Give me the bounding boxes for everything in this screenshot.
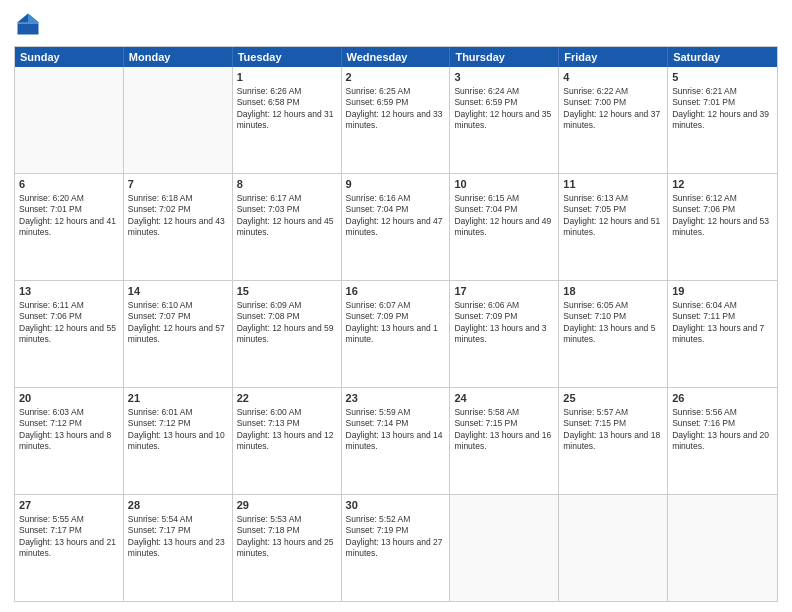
day-number: 27 (19, 498, 119, 513)
calendar-cell (559, 495, 668, 601)
day-info: Sunrise: 5:57 AM Sunset: 7:15 PM Dayligh… (563, 407, 663, 453)
day-info: Sunrise: 6:21 AM Sunset: 7:01 PM Dayligh… (672, 86, 773, 132)
logo-icon (14, 10, 42, 38)
calendar-cell: 18Sunrise: 6:05 AM Sunset: 7:10 PM Dayli… (559, 281, 668, 387)
calendar-cell: 6Sunrise: 6:20 AM Sunset: 7:01 PM Daylig… (15, 174, 124, 280)
day-number: 11 (563, 177, 663, 192)
day-number: 8 (237, 177, 337, 192)
day-number: 5 (672, 70, 773, 85)
day-number: 12 (672, 177, 773, 192)
day-number: 6 (19, 177, 119, 192)
calendar-cell: 3Sunrise: 6:24 AM Sunset: 6:59 PM Daylig… (450, 67, 559, 173)
calendar-cell: 27Sunrise: 5:55 AM Sunset: 7:17 PM Dayli… (15, 495, 124, 601)
page: SundayMondayTuesdayWednesdayThursdayFrid… (0, 0, 792, 612)
day-number: 3 (454, 70, 554, 85)
svg-rect-2 (18, 22, 39, 24)
calendar-row-4: 27Sunrise: 5:55 AM Sunset: 7:17 PM Dayli… (15, 494, 777, 601)
calendar-cell: 7Sunrise: 6:18 AM Sunset: 7:02 PM Daylig… (124, 174, 233, 280)
weekday-header-sunday: Sunday (15, 47, 124, 67)
day-info: Sunrise: 6:01 AM Sunset: 7:12 PM Dayligh… (128, 407, 228, 453)
day-number: 29 (237, 498, 337, 513)
day-number: 23 (346, 391, 446, 406)
calendar-row-3: 20Sunrise: 6:03 AM Sunset: 7:12 PM Dayli… (15, 387, 777, 494)
calendar-cell: 9Sunrise: 6:16 AM Sunset: 7:04 PM Daylig… (342, 174, 451, 280)
calendar-body: 1Sunrise: 6:26 AM Sunset: 6:58 PM Daylig… (15, 67, 777, 601)
calendar-cell: 12Sunrise: 6:12 AM Sunset: 7:06 PM Dayli… (668, 174, 777, 280)
day-number: 10 (454, 177, 554, 192)
calendar-cell (124, 67, 233, 173)
day-info: Sunrise: 5:52 AM Sunset: 7:19 PM Dayligh… (346, 514, 446, 560)
day-info: Sunrise: 6:13 AM Sunset: 7:05 PM Dayligh… (563, 193, 663, 239)
day-info: Sunrise: 6:18 AM Sunset: 7:02 PM Dayligh… (128, 193, 228, 239)
calendar-cell: 5Sunrise: 6:21 AM Sunset: 7:01 PM Daylig… (668, 67, 777, 173)
day-info: Sunrise: 6:10 AM Sunset: 7:07 PM Dayligh… (128, 300, 228, 346)
day-info: Sunrise: 6:06 AM Sunset: 7:09 PM Dayligh… (454, 300, 554, 346)
day-info: Sunrise: 6:04 AM Sunset: 7:11 PM Dayligh… (672, 300, 773, 346)
day-info: Sunrise: 6:26 AM Sunset: 6:58 PM Dayligh… (237, 86, 337, 132)
day-number: 18 (563, 284, 663, 299)
calendar-row-1: 6Sunrise: 6:20 AM Sunset: 7:01 PM Daylig… (15, 173, 777, 280)
day-number: 21 (128, 391, 228, 406)
calendar-header: SundayMondayTuesdayWednesdayThursdayFrid… (15, 47, 777, 67)
calendar-cell: 13Sunrise: 6:11 AM Sunset: 7:06 PM Dayli… (15, 281, 124, 387)
day-info: Sunrise: 6:12 AM Sunset: 7:06 PM Dayligh… (672, 193, 773, 239)
day-number: 24 (454, 391, 554, 406)
day-info: Sunrise: 6:15 AM Sunset: 7:04 PM Dayligh… (454, 193, 554, 239)
weekday-header-monday: Monday (124, 47, 233, 67)
day-info: Sunrise: 6:09 AM Sunset: 7:08 PM Dayligh… (237, 300, 337, 346)
day-info: Sunrise: 6:17 AM Sunset: 7:03 PM Dayligh… (237, 193, 337, 239)
calendar-cell: 20Sunrise: 6:03 AM Sunset: 7:12 PM Dayli… (15, 388, 124, 494)
calendar-cell: 4Sunrise: 6:22 AM Sunset: 7:00 PM Daylig… (559, 67, 668, 173)
calendar: SundayMondayTuesdayWednesdayThursdayFrid… (14, 46, 778, 602)
calendar-cell: 16Sunrise: 6:07 AM Sunset: 7:09 PM Dayli… (342, 281, 451, 387)
day-number: 25 (563, 391, 663, 406)
day-info: Sunrise: 6:11 AM Sunset: 7:06 PM Dayligh… (19, 300, 119, 346)
calendar-cell: 22Sunrise: 6:00 AM Sunset: 7:13 PM Dayli… (233, 388, 342, 494)
weekday-header-wednesday: Wednesday (342, 47, 451, 67)
day-info: Sunrise: 5:53 AM Sunset: 7:18 PM Dayligh… (237, 514, 337, 560)
calendar-cell: 11Sunrise: 6:13 AM Sunset: 7:05 PM Dayli… (559, 174, 668, 280)
day-info: Sunrise: 6:16 AM Sunset: 7:04 PM Dayligh… (346, 193, 446, 239)
day-number: 4 (563, 70, 663, 85)
calendar-cell: 2Sunrise: 6:25 AM Sunset: 6:59 PM Daylig… (342, 67, 451, 173)
day-info: Sunrise: 5:59 AM Sunset: 7:14 PM Dayligh… (346, 407, 446, 453)
day-info: Sunrise: 5:54 AM Sunset: 7:17 PM Dayligh… (128, 514, 228, 560)
day-info: Sunrise: 5:58 AM Sunset: 7:15 PM Dayligh… (454, 407, 554, 453)
day-number: 17 (454, 284, 554, 299)
day-number: 1 (237, 70, 337, 85)
day-info: Sunrise: 6:25 AM Sunset: 6:59 PM Dayligh… (346, 86, 446, 132)
day-info: Sunrise: 6:00 AM Sunset: 7:13 PM Dayligh… (237, 407, 337, 453)
calendar-cell: 10Sunrise: 6:15 AM Sunset: 7:04 PM Dayli… (450, 174, 559, 280)
day-info: Sunrise: 6:22 AM Sunset: 7:00 PM Dayligh… (563, 86, 663, 132)
calendar-cell: 15Sunrise: 6:09 AM Sunset: 7:08 PM Dayli… (233, 281, 342, 387)
calendar-cell: 14Sunrise: 6:10 AM Sunset: 7:07 PM Dayli… (124, 281, 233, 387)
day-number: 28 (128, 498, 228, 513)
day-info: Sunrise: 5:56 AM Sunset: 7:16 PM Dayligh… (672, 407, 773, 453)
calendar-row-2: 13Sunrise: 6:11 AM Sunset: 7:06 PM Dayli… (15, 280, 777, 387)
calendar-cell: 23Sunrise: 5:59 AM Sunset: 7:14 PM Dayli… (342, 388, 451, 494)
day-number: 16 (346, 284, 446, 299)
calendar-cell (15, 67, 124, 173)
calendar-row-0: 1Sunrise: 6:26 AM Sunset: 6:58 PM Daylig… (15, 67, 777, 173)
day-info: Sunrise: 5:55 AM Sunset: 7:17 PM Dayligh… (19, 514, 119, 560)
day-number: 14 (128, 284, 228, 299)
day-number: 22 (237, 391, 337, 406)
day-number: 30 (346, 498, 446, 513)
calendar-cell: 30Sunrise: 5:52 AM Sunset: 7:19 PM Dayli… (342, 495, 451, 601)
calendar-cell: 24Sunrise: 5:58 AM Sunset: 7:15 PM Dayli… (450, 388, 559, 494)
weekday-header-saturday: Saturday (668, 47, 777, 67)
calendar-cell: 28Sunrise: 5:54 AM Sunset: 7:17 PM Dayli… (124, 495, 233, 601)
weekday-header-tuesday: Tuesday (233, 47, 342, 67)
day-number: 26 (672, 391, 773, 406)
day-number: 19 (672, 284, 773, 299)
calendar-cell: 1Sunrise: 6:26 AM Sunset: 6:58 PM Daylig… (233, 67, 342, 173)
calendar-cell (450, 495, 559, 601)
calendar-cell: 21Sunrise: 6:01 AM Sunset: 7:12 PM Dayli… (124, 388, 233, 494)
svg-marker-1 (28, 14, 39, 23)
day-info: Sunrise: 6:05 AM Sunset: 7:10 PM Dayligh… (563, 300, 663, 346)
day-number: 13 (19, 284, 119, 299)
day-info: Sunrise: 6:07 AM Sunset: 7:09 PM Dayligh… (346, 300, 446, 346)
logo (14, 10, 46, 38)
day-number: 15 (237, 284, 337, 299)
day-number: 9 (346, 177, 446, 192)
